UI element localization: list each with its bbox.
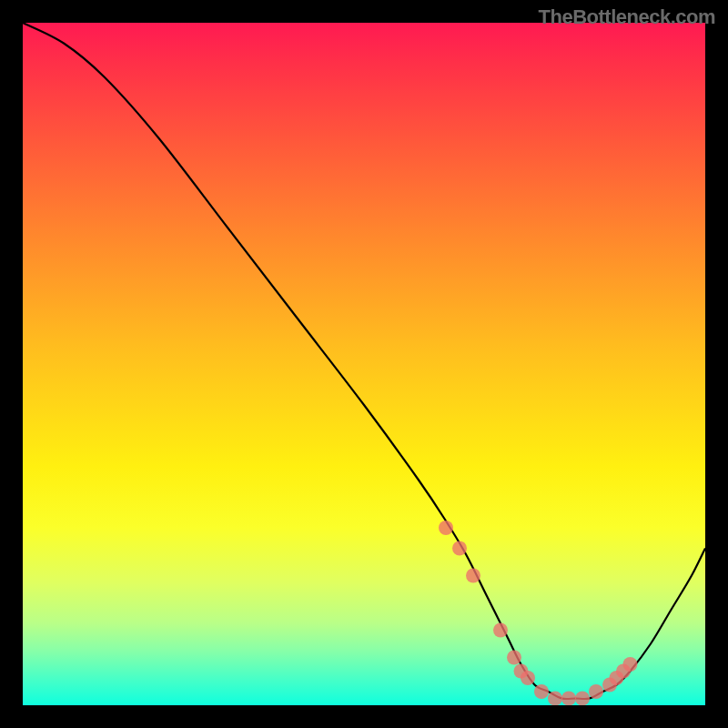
plot-area	[23, 23, 705, 705]
marker-point	[561, 692, 576, 706]
marker-point	[452, 541, 467, 556]
marker-point	[623, 657, 638, 672]
marker-point	[507, 651, 521, 665]
watermark-text: TheBottleneck.com	[539, 5, 715, 29]
chart-container: TheBottleneck.com	[0, 0, 728, 728]
curve-path	[23, 23, 705, 699]
markers-group	[439, 521, 638, 705]
marker-point	[439, 521, 453, 535]
marker-point	[493, 623, 508, 638]
marker-point	[575, 692, 590, 706]
marker-point	[521, 671, 535, 685]
marker-point	[534, 684, 549, 699]
chart-svg	[23, 23, 705, 705]
marker-point	[589, 684, 603, 699]
main-curve-line	[23, 23, 705, 699]
marker-point	[548, 692, 562, 706]
marker-point	[466, 569, 480, 583]
